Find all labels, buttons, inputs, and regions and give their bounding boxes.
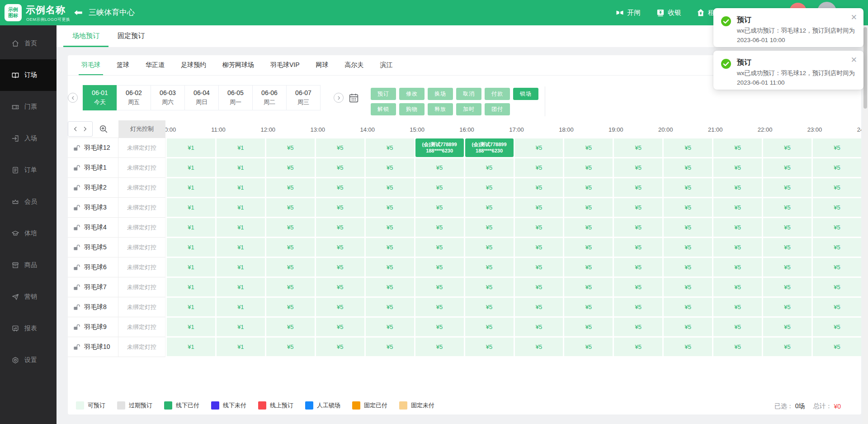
slot-cell[interactable]: ¥5 (316, 238, 364, 257)
action-购物[interactable]: 购物 (399, 103, 425, 115)
sidebar-item-设置[interactable]: 设置 (0, 344, 57, 376)
date-06-04[interactable]: 06-04周日 (184, 85, 219, 110)
slot-cell[interactable]: ¥5 (763, 238, 811, 257)
slot-cell[interactable]: ¥5 (316, 258, 364, 276)
slot-cell[interactable]: ¥5 (664, 298, 712, 316)
lock-open-icon[interactable] (73, 184, 80, 191)
sidebar-item-体培[interactable]: 体培 (0, 218, 57, 249)
zoom-in-icon[interactable] (99, 124, 108, 134)
slot-cell[interactable]: ¥5 (316, 138, 364, 157)
slot-cell[interactable]: ¥5 (813, 318, 861, 336)
slot-cell[interactable]: ¥5 (266, 138, 315, 157)
slot-cell[interactable]: ¥5 (614, 338, 662, 356)
slot-cell[interactable]: ¥5 (813, 178, 861, 197)
slot-cell[interactable]: ¥5 (465, 218, 514, 237)
slot-cell[interactable]: ¥5 (366, 178, 414, 197)
slot-cell[interactable]: ¥5 (515, 338, 563, 356)
lock-open-icon[interactable] (73, 144, 80, 152)
slot-cell[interactable]: ¥5 (813, 218, 861, 237)
slot-cell[interactable]: ¥1 (217, 178, 265, 197)
slot-cell[interactable]: ¥5 (415, 238, 464, 257)
slot-cell[interactable]: ¥5 (366, 198, 414, 217)
slot-cell[interactable]: ¥5 (515, 278, 563, 296)
slot-cell[interactable]: ¥5 (515, 158, 563, 177)
action-换场[interactable]: 换场 (428, 88, 453, 100)
date-06-01[interactable]: 06-01今天 (83, 85, 117, 110)
slot-cell[interactable]: ¥5 (415, 178, 464, 197)
slot-cell[interactable]: ¥5 (564, 178, 613, 197)
slot-cell[interactable]: ¥5 (664, 238, 712, 257)
slot-cell[interactable]: ¥1 (217, 158, 265, 177)
slot-cell[interactable]: ¥5 (614, 158, 662, 177)
slot-cell[interactable]: ¥5 (713, 198, 762, 217)
slot-cell[interactable]: ¥5 (515, 138, 563, 157)
slot-cell[interactable]: ¥5 (415, 318, 464, 336)
calendar-icon[interactable] (348, 92, 359, 104)
slot-cell[interactable]: ¥5 (366, 218, 414, 237)
slot-cell[interactable]: ¥5 (564, 278, 613, 296)
slot-cell[interactable]: ¥5 (813, 158, 861, 177)
lock-open-icon[interactable] (73, 343, 80, 351)
slot-cell[interactable]: ¥5 (664, 258, 712, 276)
slot-cell[interactable]: ¥1 (167, 238, 215, 257)
sport-tab-羽毛球[interactable]: 羽毛球 (81, 55, 100, 75)
slot-cell[interactable]: ¥5 (614, 298, 662, 316)
slot-cell[interactable]: ¥5 (515, 238, 563, 257)
slot-cell[interactable]: ¥5 (266, 318, 315, 336)
scroll-left-icon[interactable] (72, 126, 79, 132)
slot-cell[interactable]: ¥1 (167, 138, 215, 157)
slot-cell[interactable]: ¥5 (316, 158, 364, 177)
action-付款[interactable]: 付款 (485, 88, 510, 100)
slot-cell[interactable]: ¥5 (614, 318, 662, 336)
slot-cell[interactable]: ¥1 (217, 138, 265, 157)
slot-cell[interactable]: ¥5 (713, 158, 762, 177)
slot-cell[interactable]: ¥1 (217, 238, 265, 257)
lock-open-icon[interactable] (73, 204, 80, 211)
slot-cell[interactable]: ¥5 (763, 138, 811, 157)
slot-cell[interactable]: ¥5 (664, 218, 712, 237)
sidebar-item-首页[interactable]: 首页 (0, 28, 57, 59)
slot-cell[interactable]: ¥5 (415, 258, 464, 276)
slot-cell[interactable]: ¥1 (217, 318, 265, 336)
sidebar-item-商品[interactable]: 商品 (0, 249, 57, 281)
slot-cell[interactable]: ¥5 (564, 198, 613, 217)
action-锁场[interactable]: 锁场 (513, 88, 538, 100)
slot-cell[interactable]: ¥1 (167, 178, 215, 197)
scrollbar-thumb[interactable] (863, 27, 867, 109)
slot-cell[interactable]: ¥1 (167, 218, 215, 237)
cashier-button[interactable]: 收银 (656, 0, 681, 25)
slot-cell[interactable]: ¥5 (564, 258, 613, 276)
slot-cell[interactable]: ¥5 (713, 338, 762, 356)
slot-cell[interactable]: ¥5 (564, 238, 613, 257)
action-加时[interactable]: 加时 (456, 103, 481, 115)
slot-cell[interactable]: ¥5 (266, 278, 315, 296)
slot-cell[interactable]: ¥5 (465, 178, 514, 197)
slot-cell[interactable]: ¥5 (664, 138, 712, 157)
slot-cell[interactable]: ¥5 (316, 278, 364, 296)
slot-cell[interactable]: ¥5 (813, 278, 861, 296)
sidebar-item-门票[interactable]: 门票 (0, 91, 57, 123)
slot-cell[interactable]: ¥5 (813, 198, 861, 217)
slot-cell[interactable]: ¥5 (664, 158, 712, 177)
slot-cell[interactable]: ¥5 (664, 178, 712, 197)
slot-cell[interactable]: ¥5 (763, 318, 811, 336)
date-06-03[interactable]: 06-03周六 (151, 85, 185, 110)
slot-cell[interactable]: ¥5 (465, 158, 514, 177)
slot-cell[interactable]: ¥5 (366, 238, 414, 257)
slot-cell[interactable]: ¥5 (316, 178, 364, 197)
slot-cell[interactable]: ¥5 (713, 178, 762, 197)
slot-cell[interactable]: ¥5 (316, 318, 364, 336)
sport-tab-足球预约[interactable]: 足球预约 (181, 55, 206, 75)
slot-cell[interactable]: ¥5 (465, 238, 514, 257)
next-week-button[interactable] (334, 93, 344, 103)
slot-cell[interactable]: ¥5 (713, 138, 762, 157)
slot-cell[interactable]: ¥5 (316, 198, 364, 217)
slot-cell[interactable]: ¥5 (266, 178, 315, 197)
sidebar-item-会员[interactable]: 会员 (0, 186, 57, 218)
close-icon[interactable]: ✕ (851, 55, 857, 65)
slot-cell[interactable]: ¥1 (167, 198, 215, 217)
slot-cell[interactable]: ¥5 (564, 158, 613, 177)
slot-cell[interactable]: ¥5 (266, 198, 315, 217)
slot-cell[interactable]: ¥5 (266, 258, 315, 276)
sport-tab-篮球[interactable]: 篮球 (117, 55, 129, 75)
